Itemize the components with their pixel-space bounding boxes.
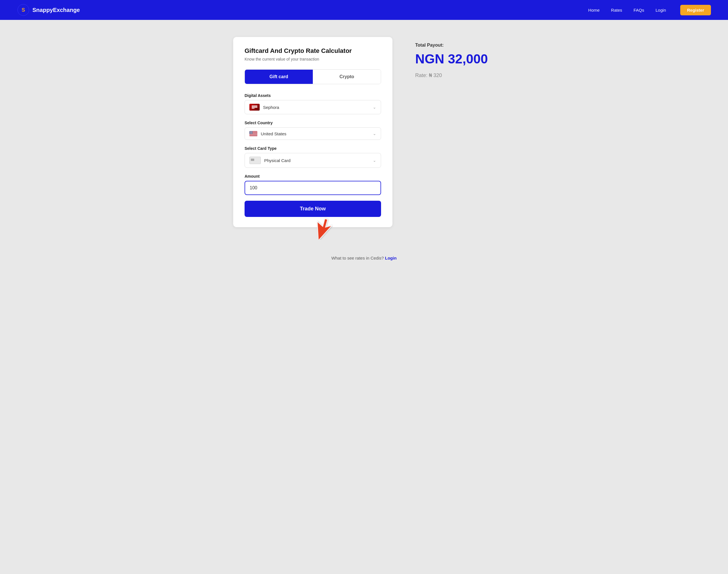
digital-assets-select[interactable]: Sephora ⌄ — [245, 100, 381, 114]
svg-point-27 — [250, 132, 250, 132]
nav-links: Home Rates FAQs Login Register — [589, 5, 711, 15]
svg-rect-3 — [252, 106, 257, 106]
svg-point-46 — [251, 133, 251, 133]
nav-login[interactable]: Login — [655, 8, 666, 12]
navbar: S SnappyExchange Home Rates FAQs Login R… — [0, 0, 728, 20]
svg-rect-6 — [252, 108, 254, 109]
svg-rect-18 — [249, 135, 257, 136]
svg-point-29 — [251, 132, 251, 132]
svg-point-38 — [250, 132, 250, 133]
svg-point-23 — [250, 131, 251, 132]
svg-text:S: S — [22, 7, 25, 13]
svg-point-39 — [250, 132, 251, 133]
svg-point-25 — [252, 131, 252, 132]
svg-rect-14 — [249, 134, 257, 134]
nav-home[interactable]: Home — [589, 8, 600, 12]
svg-rect-15 — [249, 134, 257, 134]
select-card-type-field: Select Card Type Physical Card ⌄ — [245, 146, 381, 168]
tab-row: Gift card Crypto — [245, 69, 381, 84]
bottom-section: What to see rates in Cedis? Login — [0, 256, 728, 260]
brand-logo: S — [17, 4, 30, 16]
total-payout-label: Total Payout: — [415, 43, 495, 48]
digital-assets-field: Digital Assets Sephora ⌄ — [245, 93, 381, 114]
trade-now-button[interactable]: Trade Now — [245, 201, 381, 217]
register-button[interactable]: Register — [680, 5, 711, 15]
nav-rates[interactable]: Rates — [611, 8, 622, 12]
calculator-card: Giftcard And Crypto Rate Calculator Know… — [233, 37, 393, 227]
amount-field: Amount — [245, 174, 381, 201]
brand-name: SnappyExchange — [32, 7, 80, 13]
svg-point-41 — [251, 132, 252, 133]
svg-point-51 — [251, 133, 251, 134]
svg-rect-4 — [252, 106, 257, 107]
select-country-select[interactable]: United States ⌄ — [245, 127, 381, 140]
trade-btn-wrapper: Trade Now — [245, 201, 381, 217]
digital-assets-label: Digital Assets — [245, 93, 381, 98]
page-content: Giftcard And Crypto Rate Calculator Know… — [193, 20, 535, 244]
nav-faqs[interactable]: FAQs — [634, 8, 644, 12]
amount-input[interactable] — [245, 181, 381, 195]
select-card-type-label: Select Card Type — [245, 146, 381, 151]
svg-point-40 — [251, 132, 251, 133]
svg-point-45 — [250, 133, 251, 133]
svg-marker-54 — [310, 216, 333, 240]
chevron-down-icon: ⌄ — [373, 105, 376, 110]
svg-point-47 — [252, 133, 252, 133]
svg-rect-17 — [249, 135, 257, 135]
calc-title: Giftcard And Crypto Rate Calculator — [245, 47, 381, 54]
physical-card-icon — [249, 157, 261, 164]
right-panel: Total Payout: NGN 32,000 Rate: ₦ 320 — [415, 37, 495, 78]
bottom-text-static: What to see rates in Cedis? — [331, 256, 383, 260]
nav-brand[interactable]: S SnappyExchange — [17, 4, 80, 16]
svg-point-43 — [250, 133, 250, 133]
us-flag-icon — [249, 131, 257, 136]
rate-text: Rate: ₦ 320 — [415, 72, 495, 78]
bottom-login-link[interactable]: Login — [385, 256, 397, 260]
calc-subtitle: Know the current value of your transacti… — [245, 57, 381, 62]
svg-point-24 — [251, 131, 251, 132]
svg-point-21 — [250, 131, 250, 132]
tab-crypto[interactable]: Crypto — [313, 70, 381, 84]
total-payout-value: NGN 32,000 — [415, 51, 495, 67]
svg-point-50 — [250, 133, 251, 134]
svg-rect-5 — [252, 107, 257, 108]
tab-giftcard[interactable]: Gift card — [245, 70, 313, 84]
select-country-field: Select Country — [245, 121, 381, 140]
svg-point-30 — [251, 132, 252, 132]
select-card-type-value: Physical Card — [264, 158, 291, 163]
sephora-icon — [249, 104, 259, 111]
select-country-label: Select Country — [245, 121, 381, 125]
select-country-value: United States — [261, 131, 286, 136]
chevron-down-icon-3: ⌄ — [373, 158, 376, 163]
chevron-down-icon-2: ⌄ — [373, 131, 376, 136]
svg-point-52 — [251, 133, 252, 134]
select-card-type-select[interactable]: Physical Card ⌄ — [245, 153, 381, 168]
svg-point-28 — [250, 132, 251, 132]
svg-rect-16 — [249, 134, 257, 135]
svg-point-49 — [250, 133, 250, 134]
digital-assets-value: Sephora — [263, 105, 279, 110]
svg-rect-19 — [249, 136, 257, 136]
amount-label: Amount — [245, 174, 381, 178]
